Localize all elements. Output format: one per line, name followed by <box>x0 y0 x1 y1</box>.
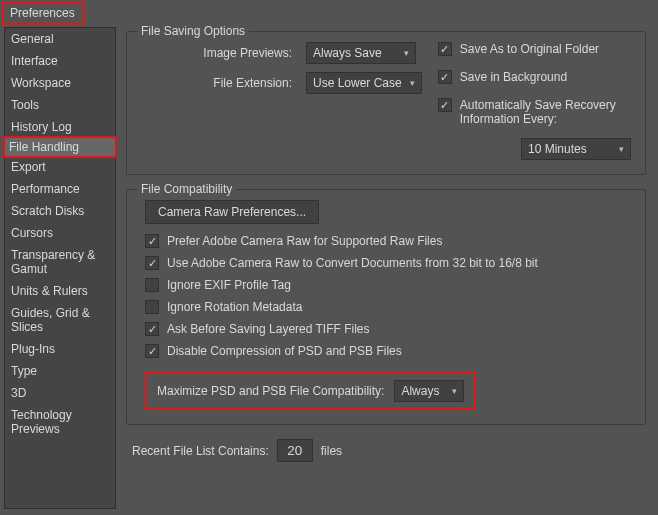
chevron-down-icon: ▾ <box>452 386 457 396</box>
recent-file-list-suffix: files <box>321 444 342 458</box>
chevron-down-icon: ▾ <box>410 78 415 88</box>
image-previews-label: Image Previews: <box>141 46 296 60</box>
sidebar-item-label: Guides, Grid & Slices <box>11 306 90 334</box>
checkbox-label: Automatically Save Recovery Information … <box>460 98 631 126</box>
disable-compression-checkbox[interactable] <box>145 344 159 358</box>
sidebar-item-label: 3D <box>11 386 26 400</box>
ignore-rotation-checkbox[interactable] <box>145 300 159 314</box>
sidebar-item-label: File Handling <box>9 140 79 154</box>
checkbox-label: Use Adobe Camera Raw to Convert Document… <box>167 256 538 270</box>
sidebar-item-label: Export <box>11 160 46 174</box>
auto-save-recovery-checkbox[interactable] <box>438 98 452 112</box>
sidebar-item-label: Performance <box>11 182 80 196</box>
sidebar-item-interface[interactable]: Interface <box>5 50 115 72</box>
recent-file-list-input[interactable] <box>277 439 313 462</box>
image-previews-select[interactable]: Always Save ▾ <box>306 42 416 64</box>
sidebar-item-export[interactable]: Export <box>5 156 115 178</box>
ask-tiff-checkbox[interactable] <box>145 322 159 336</box>
group-title: File Saving Options <box>137 24 249 38</box>
chevron-down-icon: ▾ <box>404 48 409 58</box>
ignore-exif-checkbox[interactable] <box>145 278 159 292</box>
sidebar-item-cursors[interactable]: Cursors <box>5 222 115 244</box>
sidebar-item-label: Scratch Disks <box>11 204 84 218</box>
sidebar-item-label: Interface <box>11 54 58 68</box>
sidebar-item-label: Workspace <box>11 76 71 90</box>
sidebar-item-label: History Log <box>11 120 72 134</box>
recent-file-list-row: Recent File List Contains: files <box>126 439 646 462</box>
checkbox-label: Save in Background <box>460 70 567 84</box>
checkbox-label: Ignore Rotation Metadata <box>167 300 302 314</box>
camera-raw-preferences-button[interactable]: Camera Raw Preferences... <box>145 200 319 224</box>
sidebar-item-guides-grid-slices[interactable]: Guides, Grid & Slices <box>5 302 115 338</box>
prefer-acr-checkbox[interactable] <box>145 234 159 248</box>
file-extension-label: File Extension: <box>141 76 296 90</box>
sidebar-item-transparency-gamut[interactable]: Transparency & Gamut <box>5 244 115 280</box>
sidebar-item-performance[interactable]: Performance <box>5 178 115 200</box>
save-in-background-checkbox[interactable] <box>438 70 452 84</box>
sidebar-item-3d[interactable]: 3D <box>5 382 115 404</box>
checkbox-label: Ignore EXIF Profile Tag <box>167 278 291 292</box>
sidebar-item-workspace[interactable]: Workspace <box>5 72 115 94</box>
group-title: File Compatibility <box>137 182 236 196</box>
sidebar-item-label: Tools <box>11 98 39 112</box>
maximize-compat-label: Maximize PSD and PSB File Compatibility: <box>157 384 384 398</box>
sidebar-item-file-handling[interactable]: File Handling <box>3 136 117 158</box>
save-as-original-folder-checkbox[interactable] <box>438 42 452 56</box>
use-acr-convert-checkbox[interactable] <box>145 256 159 270</box>
maximize-compat-row: Maximize PSD and PSB File Compatibility:… <box>145 372 476 410</box>
sidebar-item-label: General <box>11 32 54 46</box>
checkbox-label: Ask Before Saving Layered TIFF Files <box>167 322 370 336</box>
checkbox-label: Save As to Original Folder <box>460 42 599 56</box>
checkbox-label: Disable Compression of PSD and PSB Files <box>167 344 402 358</box>
sidebar-item-label: Transparency & Gamut <box>11 248 95 276</box>
select-value: Use Lower Case <box>313 76 402 90</box>
preferences-sidebar: General Interface Workspace Tools Histor… <box>4 27 116 509</box>
sidebar-item-label: Units & Rulers <box>11 284 88 298</box>
file-compatibility-group: File Compatibility Camera Raw Preference… <box>126 189 646 425</box>
sidebar-item-type[interactable]: Type <box>5 360 115 382</box>
sidebar-item-technology-previews[interactable]: Technology Previews <box>5 404 115 440</box>
auto-save-interval-select[interactable]: 10 Minutes ▾ <box>521 138 631 160</box>
sidebar-item-history-log[interactable]: History Log <box>5 116 115 138</box>
sidebar-item-scratch-disks[interactable]: Scratch Disks <box>5 200 115 222</box>
sidebar-item-units-rulers[interactable]: Units & Rulers <box>5 280 115 302</box>
select-value: Always <box>401 384 439 398</box>
sidebar-item-plug-ins[interactable]: Plug-Ins <box>5 338 115 360</box>
window-title: Preferences <box>2 2 85 25</box>
checkbox-label: Prefer Adobe Camera Raw for Supported Ra… <box>167 234 442 248</box>
sidebar-item-label: Type <box>11 364 37 378</box>
sidebar-item-label: Plug-Ins <box>11 342 55 356</box>
sidebar-item-tools[interactable]: Tools <box>5 94 115 116</box>
file-extension-select[interactable]: Use Lower Case ▾ <box>306 72 422 94</box>
preferences-content: File Saving Options Image Previews: Alwa… <box>116 27 654 509</box>
select-value: Always Save <box>313 46 382 60</box>
sidebar-item-label: Technology Previews <box>11 408 72 436</box>
file-saving-options-group: File Saving Options Image Previews: Alwa… <box>126 31 646 175</box>
recent-file-list-label: Recent File List Contains: <box>132 444 269 458</box>
chevron-down-icon: ▾ <box>619 144 624 154</box>
select-value: 10 Minutes <box>528 142 587 156</box>
sidebar-item-label: Cursors <box>11 226 53 240</box>
maximize-compat-select[interactable]: Always ▾ <box>394 380 464 402</box>
sidebar-item-general[interactable]: General <box>5 28 115 50</box>
